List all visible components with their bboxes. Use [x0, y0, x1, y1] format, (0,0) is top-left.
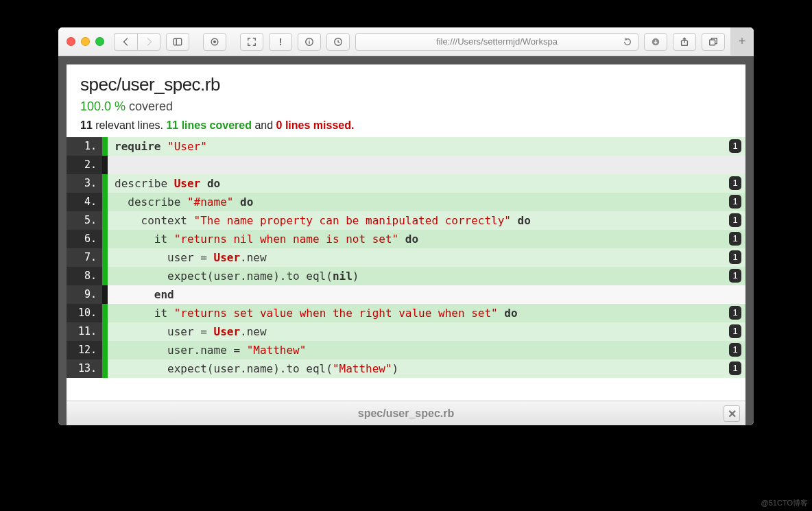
hit-count-badge: 1: [729, 361, 741, 375]
code-content: expect(user.name).to eql("Matthew")1: [108, 359, 745, 378]
svg-point-3: [214, 40, 216, 43]
line-number: 7.: [67, 248, 102, 267]
downloads-button[interactable]: [644, 33, 667, 51]
code-content: user = User.new1: [108, 322, 745, 341]
maximize-window-button[interactable]: [95, 37, 104, 46]
hit-count-badge: 1: [729, 343, 741, 357]
code-line: 5. context "The name property can be man…: [67, 211, 745, 230]
code-line: 3.describe User do1: [67, 174, 745, 193]
coverage-marker: [102, 230, 108, 248]
code-content: user.name = "Matthew"1: [108, 341, 745, 359]
svg-rect-0: [174, 38, 181, 45]
code-line: 9. end: [67, 285, 745, 304]
hit-count-badge: 1: [729, 306, 741, 320]
coverage-marker: [102, 285, 108, 304]
share-button[interactable]: [673, 33, 696, 51]
covered-count: 11: [166, 119, 178, 131]
coverage-line: 100.0 % covered: [80, 99, 732, 114]
content-frame: spec/user_spec.rb 100.0 % covered 11 rel…: [58, 56, 754, 425]
code-content: end: [108, 285, 745, 304]
relevant-label: relevant lines.: [95, 119, 163, 131]
coverage-marker: [102, 322, 108, 341]
title-bar: ! file:///Users/settermjd/Workspa +: [58, 27, 754, 56]
code-line: 10. it "returns set value when the right…: [67, 304, 745, 322]
nav-buttons: [114, 33, 160, 51]
line-number: 6.: [67, 230, 102, 248]
tabs-button[interactable]: [702, 33, 725, 51]
footer-file-path: spec/user_spec.rb: [358, 407, 455, 420]
line-number: 8.: [67, 267, 102, 285]
hit-count-badge: 1: [729, 139, 741, 153]
code-content: user = User.new1: [108, 248, 745, 267]
traffic-lights: [67, 37, 104, 46]
reload-icon[interactable]: [623, 37, 632, 49]
coverage-marker: [102, 267, 108, 285]
coverage-marker: [102, 211, 108, 230]
code-line: 12. user.name = "Matthew"1: [67, 341, 745, 359]
minimize-window-button[interactable]: [81, 37, 90, 46]
line-number: 9.: [67, 285, 102, 304]
code-content: context "The name property can be manipu…: [108, 211, 745, 230]
coverage-marker: [102, 174, 108, 193]
target-icon[interactable]: [203, 33, 226, 51]
coverage-marker: [102, 248, 108, 267]
address-bar[interactable]: file:///Users/settermjd/Workspa: [355, 33, 638, 51]
code-content: it "returns nil when name is not set" do…: [108, 230, 745, 248]
code-content: require "User"1: [108, 137, 745, 156]
info-icon[interactable]: [298, 33, 321, 51]
line-number: 5.: [67, 211, 102, 230]
code-line: 7. user = User.new1: [67, 248, 745, 267]
hit-count-badge: 1: [729, 195, 741, 209]
coverage-marker: [102, 359, 108, 378]
browser-window: ! file:///Users/settermjd/Workspa + spec…: [58, 27, 754, 425]
coverage-page: spec/user_spec.rb 100.0 % covered 11 rel…: [67, 64, 745, 401]
code-line: 8. expect(user.name).to eql(nil)1: [67, 267, 745, 285]
sidebar-toggle-button[interactable]: [166, 33, 189, 51]
watermark: @51CTO博客: [761, 498, 808, 508]
page-header: spec/user_spec.rb 100.0 % covered 11 rel…: [67, 64, 745, 137]
hit-count-badge: 1: [729, 324, 741, 338]
coverage-marker: [102, 137, 108, 156]
covered-label: lines covered: [182, 119, 252, 131]
file-title: spec/user_spec.rb: [80, 74, 732, 95]
code-content: describe "#name" do1: [108, 193, 745, 211]
history-icon[interactable]: [326, 33, 350, 51]
coverage-marker: [102, 341, 108, 359]
footer-bar: spec/user_spec.rb ✕: [67, 401, 745, 425]
hit-count-badge: 1: [729, 213, 741, 227]
line-number: 3.: [67, 174, 102, 193]
line-number: 2.: [67, 156, 102, 174]
code-line: 1.require "User"1: [67, 137, 745, 156]
coverage-marker: [102, 156, 108, 174]
line-number: 11.: [67, 322, 102, 341]
hit-count-badge: 1: [729, 250, 741, 264]
coverage-label: covered: [129, 99, 173, 113]
code-line: 2.: [67, 156, 745, 174]
coverage-marker: [102, 304, 108, 322]
close-window-button[interactable]: [67, 37, 75, 46]
line-number: 4.: [67, 193, 102, 211]
line-number: 12.: [67, 341, 102, 359]
new-tab-button[interactable]: +: [730, 27, 754, 56]
code-line: 11. user = User.new1: [67, 322, 745, 341]
relevant-count: 11: [80, 119, 93, 131]
close-panel-button[interactable]: ✕: [724, 405, 740, 422]
code-line: 13. expect(user.name).to eql("Matthew")1: [67, 359, 745, 378]
code-content: expect(user.name).to eql(nil)1: [108, 267, 745, 285]
fullscreen-icon[interactable]: [240, 33, 263, 51]
missed-label: lines missed.: [285, 119, 355, 131]
url-text: file:///Users/settermjd/Workspa: [436, 36, 558, 47]
alert-icon[interactable]: !: [269, 33, 292, 51]
hit-count-badge: 1: [729, 232, 741, 246]
code-line: 6. it "returns nil when name is not set"…: [67, 230, 745, 248]
forward-button[interactable]: [137, 33, 160, 51]
code-content: it "returns set value when the right val…: [108, 304, 745, 322]
missed-count: 0: [276, 119, 283, 131]
back-button[interactable]: [114, 33, 137, 51]
coverage-percent: 100.0 %: [80, 99, 126, 113]
code-content: [108, 156, 745, 174]
line-number: 10.: [67, 304, 102, 322]
code-listing[interactable]: 1.require "User"12.3.describe User do14.…: [67, 137, 745, 401]
code-line: 4. describe "#name" do1: [67, 193, 745, 211]
stats-line: 11 relevant lines. 11 lines covered and …: [80, 119, 732, 132]
